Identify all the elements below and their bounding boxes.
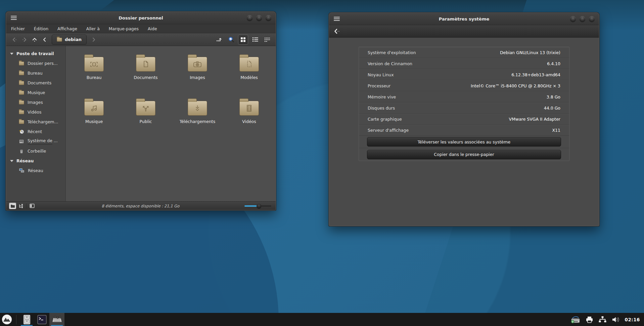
back-arrow-icon[interactable] <box>334 29 341 34</box>
copy-to-clipboard-button[interactable]: Copier dans le presse-papier <box>367 150 561 159</box>
minimize-button[interactable] <box>247 15 252 21</box>
taskbar-app-system-settings[interactable] <box>49 313 64 326</box>
zoom-slider[interactable] <box>244 204 271 208</box>
sidebar-item-reseau[interactable]: Réseau <box>6 166 65 175</box>
sidebar-item-documents[interactable]: Documents <box>6 78 65 88</box>
up-button[interactable] <box>30 35 40 45</box>
file-documents[interactable]: Documents <box>120 51 172 95</box>
sidebar-item-corbeille[interactable]: Corbeille <box>6 146 65 156</box>
info-row-processor: Processeur Intel© Core™ i5-8400 CPU @ 2.… <box>359 80 569 91</box>
documents-folder-icon <box>19 81 24 85</box>
menu-aller-a[interactable]: Aller à <box>86 26 100 31</box>
sidebar-item-systeme-de-fichiers[interactable]: Système de ... <box>6 136 65 146</box>
sidebar-item-dossier-personnel[interactable]: Dossier pers... <box>6 58 65 68</box>
trash-icon <box>19 149 24 154</box>
show-treeview-button[interactable] <box>17 203 24 209</box>
network-icon[interactable] <box>598 316 607 323</box>
breadcrumb-left-chevron[interactable] <box>40 35 50 45</box>
maximize-button[interactable] <box>580 16 585 22</box>
fm-titlebar[interactable]: Dossier personnel <box>6 12 276 24</box>
file-public[interactable]: Public <box>120 95 172 139</box>
settings-titlebar[interactable]: Paramètres système <box>329 13 599 25</box>
copy-clipboard-row: Copier dans le presse-papier <box>359 148 569 161</box>
music-folder-icon <box>19 91 24 95</box>
menu-aide[interactable]: Aide <box>148 26 157 31</box>
taskbar-app-file-manager[interactable] <box>19 313 34 326</box>
pictures-folder-icon <box>188 57 207 72</box>
file-videos[interactable]: Vidéos <box>223 95 275 139</box>
templates-folder-icon <box>239 57 259 72</box>
path-button-label: debian <box>65 37 82 42</box>
recent-clock-icon <box>19 129 24 134</box>
file-telechargements[interactable]: Téléchargements <box>172 95 223 139</box>
expander-triangle-icon[interactable] <box>10 160 13 162</box>
forward-button[interactable] <box>19 35 30 45</box>
disk-usage-bar <box>28 144 52 145</box>
menu-button[interactable] <box>0 313 13 326</box>
upload-system-values-button[interactable]: Téléverser les valeurs associées au syst… <box>367 137 561 147</box>
back-button[interactable] <box>9 35 19 45</box>
info-row-os: Système d'exploitation Debian GNU/Linux … <box>359 47 569 58</box>
fm-menubar: Fichier Édition Affichage Aller à Marque… <box>6 24 276 33</box>
sidebar-item-videos[interactable]: Vidéos <box>6 107 65 117</box>
system-tray: 02:16 <box>570 316 644 323</box>
videos-folder-icon <box>19 110 24 114</box>
menu-edition[interactable]: Édition <box>34 26 48 31</box>
info-row-cinnamon-version: Version de Cinnamon 6.4.10 <box>359 58 569 69</box>
sidebar-item-bureau[interactable]: Bureau <box>6 68 65 78</box>
path-button-debian[interactable]: debian <box>52 35 87 45</box>
fm-sidebar: Poste de travail Dossier pers... Bureau … <box>6 46 66 201</box>
zoom-slider-knob[interactable] <box>257 204 261 208</box>
toggle-sidebar-button[interactable] <box>29 203 36 209</box>
list-view-button[interactable] <box>250 35 260 45</box>
close-button[interactable] <box>589 16 595 22</box>
file-bureau[interactable]: Bureau <box>68 51 120 95</box>
downloads-folder-icon <box>188 101 207 116</box>
show-places-button[interactable] <box>9 203 16 209</box>
menu-affichage[interactable]: Affichage <box>57 26 77 31</box>
close-button[interactable] <box>266 15 271 21</box>
home-folder-icon <box>57 38 62 42</box>
status-text: 8 éléments, espace disponible : 21,1 Go <box>37 204 244 208</box>
compact-view-button[interactable] <box>262 35 272 45</box>
desktop-folder-icon <box>84 57 104 72</box>
minimize-button[interactable] <box>570 16 576 22</box>
sidebar-item-telechargements[interactable]: Téléchargem... <box>6 117 65 127</box>
icon-view-button[interactable] <box>238 35 248 45</box>
volume-icon[interactable] <box>612 316 620 323</box>
file-images[interactable]: Images <box>172 51 223 95</box>
file-modeles[interactable]: Modèles <box>223 51 275 95</box>
menu-fichier[interactable]: Fichier <box>11 26 25 31</box>
sidebar-item-musique[interactable]: Musique <box>6 88 65 97</box>
documents-folder-icon <box>136 57 155 72</box>
info-row-memory: Mémoire vive 3.8 Go <box>359 91 569 103</box>
taskbar: 02:16 <box>0 313 644 326</box>
sidebar-item-recent[interactable]: Récent <box>6 127 65 136</box>
distro-logo-icon <box>2 314 12 325</box>
hamburger-menu-icon[interactable] <box>334 17 340 21</box>
music-folder-icon <box>84 101 104 116</box>
menu-marque-pages[interactable]: Marque-pages <box>109 26 139 31</box>
keyboard-layout-icon[interactable] <box>570 316 581 323</box>
breadcrumb-right-chevron[interactable] <box>89 35 99 45</box>
maximize-button[interactable] <box>256 15 262 21</box>
sidebar-section-poste-de-travail[interactable]: Poste de travail <box>6 49 65 58</box>
info-row-display-server: Serveur d'affichage X11 <box>359 125 569 136</box>
toggle-location-entry-icon[interactable] <box>214 35 224 45</box>
sidebar-item-images[interactable]: Images <box>6 97 65 107</box>
file-musique[interactable]: Musique <box>68 95 120 139</box>
settings-content: Système d'exploitation Debian GNU/Linux … <box>329 38 599 226</box>
fm-window-title: Dossier personnel <box>6 15 276 21</box>
videos-folder-icon <box>239 101 259 116</box>
fm-statusbar: 8 éléments, espace disponible : 21,1 Go <box>6 201 276 210</box>
expander-triangle-icon[interactable] <box>10 53 13 55</box>
printer-icon[interactable] <box>586 316 593 323</box>
taskbar-app-terminal[interactable] <box>34 313 49 326</box>
hamburger-menu-icon[interactable] <box>11 16 17 20</box>
sidebar-section-reseau[interactable]: Réseau <box>6 156 65 166</box>
fm-toolbar: debian <box>6 33 276 46</box>
search-icon[interactable] <box>226 35 236 45</box>
clock[interactable]: 02:16 <box>625 317 640 322</box>
downloads-folder-icon <box>19 120 24 124</box>
settings-toolbar <box>329 25 599 38</box>
